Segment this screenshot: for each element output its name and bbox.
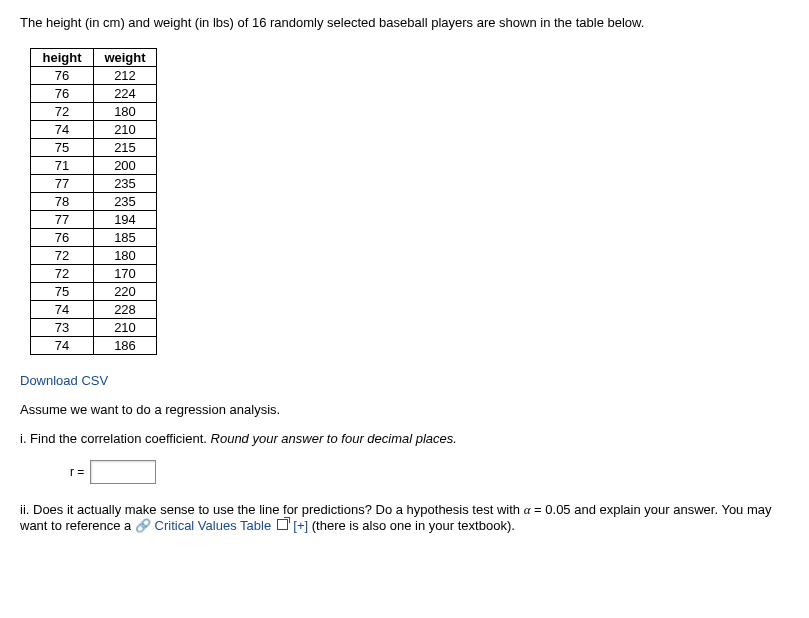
table-row: 75220 <box>31 283 157 301</box>
table-cell: 235 <box>94 175 157 193</box>
plus-toggle[interactable]: [+] <box>290 518 308 533</box>
table-cell: 78 <box>31 193 94 211</box>
q2-part3: (there is also one in your textbook). <box>308 518 515 533</box>
table-cell: 220 <box>94 283 157 301</box>
table-cell: 75 <box>31 139 94 157</box>
table-cell: 186 <box>94 337 157 355</box>
table-cell: 72 <box>31 265 94 283</box>
table-cell: 72 <box>31 247 94 265</box>
table-row: 76212 <box>31 67 157 85</box>
table-cell: 76 <box>31 85 94 103</box>
table-row: 77194 <box>31 211 157 229</box>
table-row: 71200 <box>31 157 157 175</box>
table-cell: 180 <box>94 247 157 265</box>
assume-text: Assume we want to do a regression analys… <box>20 402 789 417</box>
table-cell: 76 <box>31 67 94 85</box>
table-cell: 180 <box>94 103 157 121</box>
problem-intro: The height (in cm) and weight (in lbs) o… <box>20 15 789 30</box>
table-cell: 228 <box>94 301 157 319</box>
table-cell: 75 <box>31 283 94 301</box>
attachment-icon: 🔗 <box>135 518 151 533</box>
table-row: 74210 <box>31 121 157 139</box>
table-row: 72180 <box>31 247 157 265</box>
table-cell: 77 <box>31 211 94 229</box>
table-cell: 224 <box>94 85 157 103</box>
table-row: 74186 <box>31 337 157 355</box>
link-text: Critical Values Table <box>155 518 272 533</box>
table-cell: 72 <box>31 103 94 121</box>
q2-part1: ii. Does it actually make sense to use t… <box>20 502 524 517</box>
table-cell: 74 <box>31 121 94 139</box>
table-cell: 73 <box>31 319 94 337</box>
table-cell: 235 <box>94 193 157 211</box>
table-cell: 170 <box>94 265 157 283</box>
question-ii: ii. Does it actually make sense to use t… <box>20 502 789 533</box>
r-label: r = <box>70 465 84 479</box>
table-cell: 185 <box>94 229 157 247</box>
table-cell: 200 <box>94 157 157 175</box>
table-row: 76224 <box>31 85 157 103</box>
external-link-icon <box>277 519 288 530</box>
question-i: i. Find the correlation coefficient. Rou… <box>20 431 789 446</box>
table-row: 74228 <box>31 301 157 319</box>
table-cell: 71 <box>31 157 94 175</box>
table-row: 72180 <box>31 103 157 121</box>
table-cell: 210 <box>94 121 157 139</box>
critical-values-link[interactable]: Critical Values Table [+] <box>155 518 309 533</box>
table-row: 78235 <box>31 193 157 211</box>
answer-row: r = <box>70 460 789 484</box>
download-csv-link[interactable]: Download CSV <box>20 373 108 388</box>
table-row: 75215 <box>31 139 157 157</box>
col-header-height: height <box>31 49 94 67</box>
table-cell: 76 <box>31 229 94 247</box>
r-input[interactable] <box>90 460 156 484</box>
table-cell: 194 <box>94 211 157 229</box>
table-row: 76185 <box>31 229 157 247</box>
col-header-weight: weight <box>94 49 157 67</box>
table-row: 72170 <box>31 265 157 283</box>
table-cell: 212 <box>94 67 157 85</box>
q1-hint: Round your answer to four decimal places… <box>211 431 457 446</box>
table-cell: 74 <box>31 301 94 319</box>
table-row: 77235 <box>31 175 157 193</box>
table-row: 73210 <box>31 319 157 337</box>
q1-text: i. Find the correlation coefficient. <box>20 431 211 446</box>
table-cell: 215 <box>94 139 157 157</box>
q2-eq: = 0.05 <box>530 502 570 517</box>
table-cell: 74 <box>31 337 94 355</box>
table-cell: 77 <box>31 175 94 193</box>
table-cell: 210 <box>94 319 157 337</box>
data-table: height weight 76212762247218074210752157… <box>30 48 157 355</box>
